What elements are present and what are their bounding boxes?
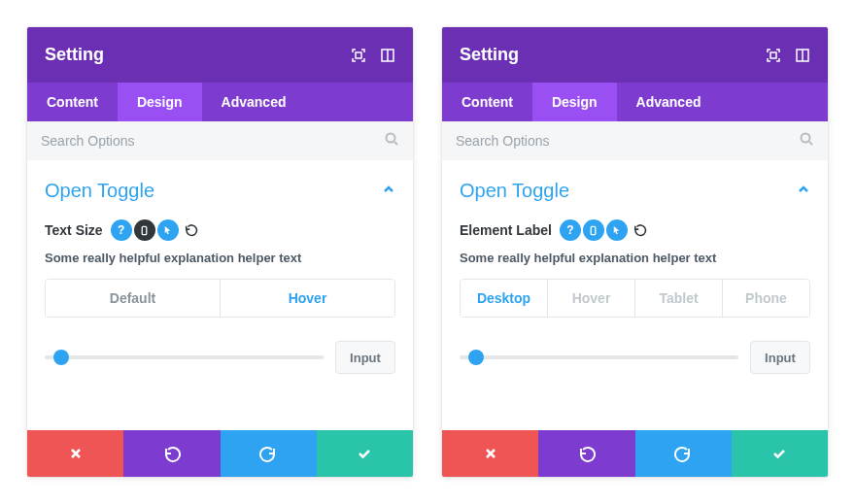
slider-thumb[interactable]: [53, 350, 69, 365]
field-label: Element Label: [460, 222, 552, 238]
slider-row: Input: [45, 341, 395, 374]
svg-rect-0: [356, 52, 361, 58]
chevron-up-icon[interactable]: [797, 183, 810, 200]
section-header[interactable]: Open Toggle: [460, 180, 810, 202]
settings-panel: Setting Content Design Advanced Open Tog…: [27, 27, 413, 477]
search-bar: [442, 121, 828, 160]
field-label-row: Text Size ?: [45, 219, 395, 241]
segment-desktop[interactable]: Desktop: [461, 280, 547, 317]
tabs: Content Design Advanced: [442, 83, 828, 121]
footer-actions: [442, 430, 828, 477]
help-icon[interactable]: ?: [560, 219, 581, 241]
slider-value-input[interactable]: Input: [750, 341, 810, 374]
cancel-button[interactable]: [27, 430, 123, 477]
search-icon[interactable]: [799, 131, 814, 151]
save-button[interactable]: [317, 430, 413, 477]
reset-icon[interactable]: [633, 223, 647, 237]
panel-body: Open Toggle Element Label ? Some really …: [442, 160, 828, 430]
expand-icon[interactable]: [351, 48, 366, 63]
state-segments: Default Hover: [45, 279, 395, 318]
field-label-row: Element Label ?: [460, 219, 810, 241]
cancel-button[interactable]: [442, 430, 538, 477]
reset-icon[interactable]: [185, 223, 198, 237]
panel-title: Setting: [45, 45, 351, 65]
slider[interactable]: [45, 355, 324, 359]
panel-header: Setting: [27, 27, 413, 83]
expand-icon[interactable]: [766, 48, 781, 63]
tabs: Content Design Advanced: [27, 83, 413, 121]
panel-header: Setting: [442, 27, 828, 83]
svg-rect-13: [592, 226, 597, 234]
panel-body: Open Toggle Text Size ? Some really help…: [27, 160, 413, 430]
slider[interactable]: [460, 355, 738, 359]
undo-button[interactable]: [538, 430, 634, 477]
cursor-icon[interactable]: [157, 219, 179, 241]
svg-rect-5: [142, 226, 147, 234]
slider-row: Input: [460, 341, 810, 374]
segment-default[interactable]: Default: [46, 280, 220, 317]
redo-button[interactable]: [221, 430, 317, 477]
svg-line-4: [394, 142, 397, 145]
tab-design[interactable]: Design: [118, 83, 202, 121]
tab-design[interactable]: Design: [532, 83, 617, 121]
segment-phone[interactable]: Phone: [722, 280, 809, 317]
tab-advanced[interactable]: Advanced: [617, 83, 721, 121]
save-button[interactable]: [732, 430, 828, 477]
undo-button[interactable]: [123, 430, 220, 477]
section-header[interactable]: Open Toggle: [45, 180, 395, 202]
cursor-icon[interactable]: [606, 219, 628, 241]
svg-line-12: [809, 142, 812, 145]
label-pill-icons: ?: [560, 219, 647, 241]
helper-text: Some really helpful explanation helper t…: [45, 251, 395, 265]
section-title: Open Toggle: [460, 180, 569, 202]
search-bar: [27, 121, 413, 160]
tab-content[interactable]: Content: [442, 83, 532, 121]
svg-rect-8: [770, 52, 776, 58]
search-icon[interactable]: [384, 131, 399, 151]
settings-panel: Setting Content Design Advanced Open Tog…: [442, 27, 828, 477]
header-actions: [351, 48, 395, 63]
slider-track: [460, 355, 738, 359]
search-input[interactable]: [456, 133, 799, 149]
columns-icon[interactable]: [380, 48, 395, 63]
segment-hover[interactable]: Hover: [220, 280, 394, 317]
svg-point-3: [387, 134, 395, 143]
tab-advanced[interactable]: Advanced: [202, 83, 306, 121]
segment-hover[interactable]: Hover: [547, 280, 634, 317]
slider-track: [45, 355, 324, 359]
panel-title: Setting: [460, 45, 766, 65]
svg-point-11: [802, 134, 810, 143]
slider-value-input[interactable]: Input: [335, 341, 395, 374]
help-icon[interactable]: ?: [111, 219, 132, 241]
footer-actions: [27, 430, 413, 477]
header-actions: [766, 48, 810, 63]
segment-tablet[interactable]: Tablet: [634, 280, 722, 317]
search-input[interactable]: [41, 133, 384, 149]
section-title: Open Toggle: [45, 180, 154, 202]
slider-thumb[interactable]: [468, 350, 484, 365]
chevron-up-icon[interactable]: [382, 183, 395, 200]
redo-button[interactable]: [635, 430, 732, 477]
device-icon[interactable]: [134, 219, 155, 241]
device-icon[interactable]: [583, 219, 604, 241]
columns-icon[interactable]: [795, 48, 810, 63]
tab-content[interactable]: Content: [27, 83, 118, 121]
label-pill-icons: ?: [111, 219, 198, 241]
state-segments: Desktop Hover Tablet Phone: [460, 279, 810, 318]
helper-text: Some really helpful explanation helper t…: [460, 251, 810, 265]
field-label: Text Size: [45, 222, 103, 238]
